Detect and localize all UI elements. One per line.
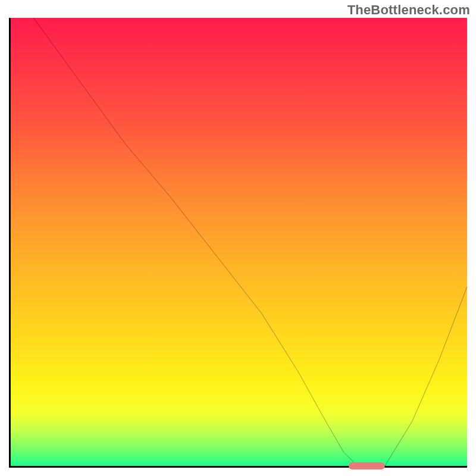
plot-area xyxy=(9,18,467,468)
curve-svg xyxy=(11,18,467,466)
optimum-marker xyxy=(349,462,385,469)
bottleneck-curve xyxy=(33,18,467,466)
chart-stage: TheBottleneck.com xyxy=(0,0,476,476)
watermark-text: TheBottleneck.com xyxy=(347,2,470,18)
